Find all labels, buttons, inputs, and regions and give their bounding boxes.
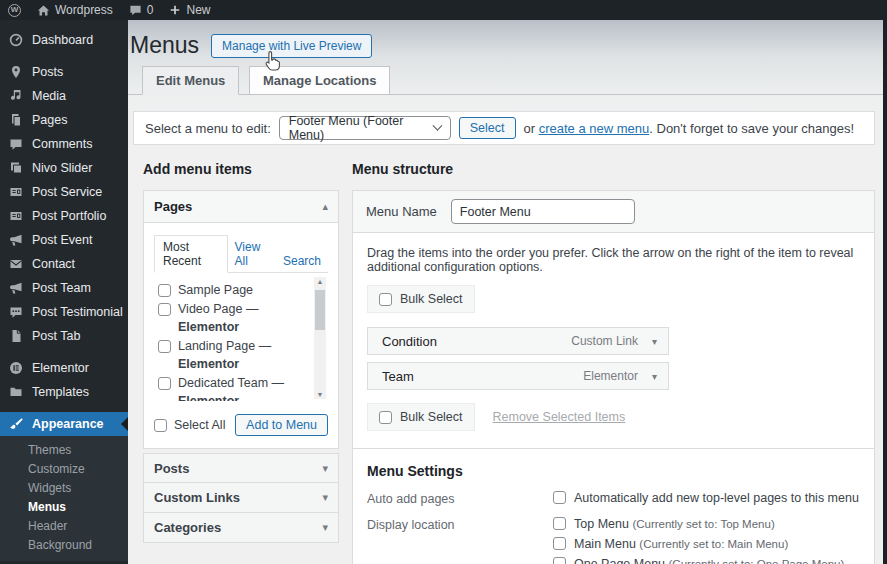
bulk-select-checkbox[interactable] <box>379 411 392 424</box>
location-top-menu[interactable]: Top Menu (Currently set to: Top Menu) <box>553 517 844 532</box>
location-checkbox[interactable] <box>553 517 566 530</box>
tab-manage-locations[interactable]: Manage Locations <box>249 66 390 95</box>
pages-icon <box>9 113 23 127</box>
sidebar-item-elementor[interactable]: Elementor <box>0 356 128 380</box>
list-scrollbar[interactable]: ▲ ▼ <box>314 277 326 399</box>
location-checkbox[interactable] <box>553 557 566 564</box>
submenu-item-background[interactable]: Background <box>0 536 128 555</box>
site-link[interactable]: Wordpress <box>37 3 113 17</box>
sidebar-item-templates[interactable]: Templates <box>0 380 128 404</box>
add-to-menu-button[interactable]: Add to Menu <box>235 414 328 436</box>
item-expand-icon[interactable]: ▾ <box>652 371 657 382</box>
comment-count: 0 <box>147 3 154 17</box>
expand-icon: ▾ <box>322 521 328 534</box>
wordpress-logo-menu[interactable] <box>8 4 21 17</box>
menu-select-bar: Select a menu to edit: Footer Menu (Foot… <box>133 111 875 145</box>
menu-item-team[interactable]: Team Elementor▾ <box>367 362 669 390</box>
custom-links-panel-header[interactable]: Custom Links ▾ <box>143 483 339 513</box>
pages-panel-header[interactable]: Pages ▴ <box>144 191 338 223</box>
collapse-icon[interactable]: ▴ <box>322 200 328 213</box>
location-one-page-menu[interactable]: One Page Menu (Currently set to: One Pag… <box>553 557 844 564</box>
checkbox[interactable] <box>158 377 171 390</box>
location-main-menu[interactable]: Main Menu (Currently set to: Main Menu) <box>553 537 844 552</box>
wordpress-logo-icon <box>8 4 21 17</box>
categories-panel-header[interactable]: Categories ▾ <box>143 513 339 543</box>
appearance-submenu: Themes Customize Widgets Menus Header Ba… <box>0 436 128 561</box>
menu-name-input[interactable] <box>451 199 635 224</box>
sidebar-item-dashboard[interactable]: Dashboard <box>0 28 128 52</box>
expand-icon: ▾ <box>322 491 328 504</box>
create-menu-text: or create a new menu. Don't forget to sa… <box>524 121 855 136</box>
select-all-control[interactable]: Select All <box>154 418 225 432</box>
menu-item-condition[interactable]: Condition Custom Link▾ <box>367 327 669 355</box>
submenu-item-header[interactable]: Header <box>0 517 128 536</box>
menu-select-dropdown[interactable]: Footer Menu (Footer Menu) <box>279 116 451 140</box>
dashboard-icon <box>9 33 23 47</box>
page-checkbox-item[interactable]: Dedicated Team — Elementor <box>158 374 310 402</box>
submenu-item-themes[interactable]: Themes <box>0 441 128 460</box>
item-expand-icon[interactable]: ▾ <box>652 336 657 347</box>
posts-panel-header[interactable]: Posts ▾ <box>143 453 339 483</box>
tab-search[interactable]: Search <box>276 250 328 272</box>
sidebar-item-post-team[interactable]: Post Team <box>0 276 128 300</box>
location-checkbox[interactable] <box>553 537 566 550</box>
envelope-icon <box>9 257 23 271</box>
tab-most-recent[interactable]: Most Recent <box>154 235 228 273</box>
sidebar-item-comments[interactable]: Comments <box>0 132 128 156</box>
drag-instructions: Drag the items into the order you prefer… <box>367 246 860 274</box>
scroll-down-icon[interactable]: ▼ <box>314 391 326 398</box>
checkbox[interactable] <box>158 284 171 297</box>
sidebar-item-pages[interactable]: Pages <box>0 108 128 132</box>
submenu-item-customize[interactable]: Customize <box>0 460 128 479</box>
sidebar-item-nivo-slider[interactable]: Nivo Slider <box>0 156 128 180</box>
auto-add-checkbox[interactable] <box>553 491 566 504</box>
megaphone-icon <box>9 281 23 295</box>
comment-icon <box>9 137 23 151</box>
sidebar-item-post-event[interactable]: Post Event <box>0 228 128 252</box>
page-checkbox-item[interactable]: Landing Page — Elementor <box>158 337 310 374</box>
sidebar-item-appearance[interactable]: Appearance <box>0 412 128 436</box>
sidebar-item-posts[interactable]: Posts <box>0 60 128 84</box>
scrollbar-thumb[interactable] <box>315 290 325 330</box>
remove-selected-items-link[interactable]: Remove Selected Items <box>493 410 626 424</box>
pin-icon <box>9 65 23 79</box>
create-new-menu-link[interactable]: create a new menu <box>539 121 650 136</box>
submenu-item-widgets[interactable]: Widgets <box>0 479 128 498</box>
auto-add-pages-label: Auto add pages <box>367 491 553 511</box>
pages-tabs: Most Recent View All Search <box>154 235 328 273</box>
menu-structure-box: Menu Name Drag the items into the order … <box>352 190 875 564</box>
testimonial-icon <box>9 305 23 319</box>
tab-edit-menus[interactable]: Edit Menus <box>142 66 239 95</box>
select-all-checkbox[interactable] <box>154 419 167 432</box>
select-menu-button[interactable]: Select <box>459 117 516 139</box>
page-checkbox-item[interactable]: Sample Page <box>158 281 310 300</box>
manage-live-preview-button[interactable]: Manage with Live Preview <box>211 34 372 58</box>
menu-items-list: Condition Custom Link▾ Team Elementor▾ <box>367 327 669 390</box>
sidebar-item-post-portfolio[interactable]: Post Portfolio <box>0 204 128 228</box>
scroll-up-icon[interactable]: ▲ <box>314 278 326 285</box>
expand-icon: ▾ <box>322 462 328 475</box>
submenu-item-menus[interactable]: Menus <box>0 498 128 517</box>
new-content-menu[interactable]: New <box>169 3 210 17</box>
sidebar-item-media[interactable]: Media <box>0 84 128 108</box>
bulk-select-toggle[interactable]: Bulk Select <box>367 285 475 313</box>
home-icon <box>37 4 50 17</box>
admin-sidebar: Dashboard Posts Media Pages Comments Niv… <box>0 20 128 564</box>
bulk-select-toggle-bottom[interactable]: Bulk Select <box>367 403 475 431</box>
comment-bubble-icon <box>129 4 142 17</box>
comments-shortcut[interactable]: 0 <box>129 3 154 17</box>
checkbox[interactable] <box>158 303 171 316</box>
auto-add-pages-option[interactable]: Automatically add new top-level pages to… <box>553 491 859 506</box>
sidebar-item-contact[interactable]: Contact <box>0 252 128 276</box>
page-checkbox-item[interactable]: Video Page — Elementor <box>158 300 310 337</box>
checkbox[interactable] <box>158 340 171 353</box>
menu-structure-heading: Menu structure <box>352 161 875 177</box>
window-scrollbar-edge[interactable] <box>883 20 887 564</box>
bulk-select-checkbox[interactable] <box>379 293 392 306</box>
menu-name-label: Menu Name <box>366 204 437 219</box>
sidebar-item-post-tab[interactable]: Post Tab <box>0 324 128 348</box>
sidebar-item-post-testimonial[interactable]: Post Testimonial <box>0 300 128 324</box>
sidebar-item-post-service[interactable]: Post Service <box>0 180 128 204</box>
megaphone-icon <box>9 233 23 247</box>
tab-view-all[interactable]: View All <box>228 236 276 272</box>
